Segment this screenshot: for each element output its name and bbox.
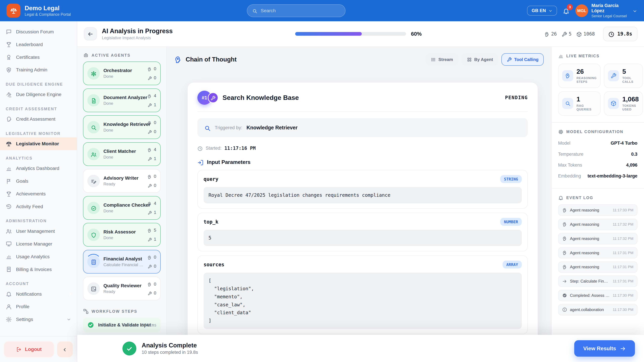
sidebar-item-credit-assessment[interactable]: Credit Assessment xyxy=(0,113,77,125)
notifications-button[interactable]: 3 xyxy=(563,7,570,14)
started-value: 11:17:16 PM xyxy=(224,145,256,151)
agent-card-orchestrator[interactable]: Orchestrator Done 0 0 xyxy=(83,61,161,85)
agent-name: Knowledge Retriever xyxy=(104,122,144,127)
workflow-steps-title: WORKFLOW STEPS xyxy=(92,309,137,314)
step-title: Initialize & Validate Input xyxy=(98,323,138,328)
sidebar-item-achievements[interactable]: Achievements xyxy=(0,188,77,200)
agent-counts: 0 0 xyxy=(147,173,156,189)
view-toggle-tool-calling[interactable]: Tool Calling xyxy=(502,53,544,66)
agent-card-risk-assessor[interactable]: Risk Assessor Done 5 1 xyxy=(83,223,161,247)
event-row: Agent reasoning 11:17:31 PM xyxy=(558,247,638,259)
agent-card-financial-analyst[interactable]: Financial Analyst Calculate Financial Im… xyxy=(83,250,161,274)
sidebar-item-due-diligence-engine[interactable]: Due Diligence Engine xyxy=(0,88,77,101)
config-value: GPT-4 Turbo xyxy=(611,141,638,146)
agent-card-advisory-writer[interactable]: Advisory Writer Ready 0 0 xyxy=(83,169,161,193)
sidebar-nav: Discussion Forum Leaderboard Certificate… xyxy=(0,21,77,336)
sidebar-item-label: Billing & Invoices xyxy=(16,267,52,272)
agent-name: Financial Analyst xyxy=(104,256,144,262)
gavel-icon xyxy=(6,91,12,98)
event-time: 11:17:30 PM xyxy=(613,308,633,312)
headgear-icon xyxy=(147,148,152,152)
wrench-icon xyxy=(562,32,567,37)
brand[interactable]: Demo Legal Legal & Compliance Portal xyxy=(6,4,71,17)
config-label: Embedding xyxy=(558,173,581,179)
view-toggle-stream[interactable]: Stream xyxy=(426,53,458,66)
sidebar: Discussion Forum Leaderboard Certificate… xyxy=(0,21,77,362)
flag-icon xyxy=(6,178,12,184)
logout-button[interactable]: Logout xyxy=(4,342,54,357)
parameter-value: [ "legislation", "memento", "case_law", … xyxy=(204,273,522,329)
receipt-icon xyxy=(6,266,12,273)
chain-of-thought-icon xyxy=(174,55,182,63)
workflow-step-initialize-validate-input[interactable]: Initialize & Validate Input 1211ms xyxy=(83,318,161,332)
sidebar-item-label: Profile xyxy=(16,304,30,309)
sidebar-item-settings[interactable]: Settings xyxy=(0,313,77,326)
search-input[interactable] xyxy=(261,8,340,13)
sidebar-section: LEGISLATIVE MONITOR Legislative Monitor xyxy=(0,131,77,150)
chat-icon xyxy=(6,29,12,35)
parameter-top-k: top_k NUMBER 5 xyxy=(198,213,528,251)
search-icon xyxy=(252,7,258,14)
event-icon xyxy=(562,265,567,270)
agents-list: Orchestrator Done 0 0 Docume xyxy=(83,61,161,300)
model-config-rows: Model GPT-4 Turbo Temperature 0.3 Max To… xyxy=(558,138,638,182)
agent-card-document-analyzer[interactable]: Document Analyzer Done 4 1 xyxy=(83,88,161,112)
search-icon xyxy=(204,125,211,131)
agent-card-compliance-checker[interactable]: Compliance Checker Done 4 1 xyxy=(83,196,161,220)
sidebar-item-leaderboard[interactable]: Leaderboard xyxy=(0,38,77,51)
started-row: Started: 11:17:16 PM xyxy=(198,144,528,152)
sidebar-item-profile[interactable]: Profile xyxy=(0,300,77,313)
event-icon xyxy=(562,279,567,284)
sidebar-item-icon xyxy=(6,241,12,247)
sidebar-item-legislative-monitor[interactable]: Legislative Monitor xyxy=(0,137,77,150)
agent-icon xyxy=(88,202,100,214)
event-time: 11:17:31 PM xyxy=(613,251,633,255)
sidebar-item-usage-analytics[interactable]: Usage Analytics xyxy=(0,250,77,263)
view-toggle-by-agent[interactable]: By Agent xyxy=(462,53,498,66)
live-metrics-title: LIVE METRICS xyxy=(566,54,600,58)
event-text: Agent reasoning xyxy=(570,251,610,255)
shield-icon xyxy=(90,232,97,238)
sidebar-item-analytics-dashboard[interactable]: Analytics Dashboard xyxy=(0,162,77,175)
sidebar-item-user-management[interactable]: User Management xyxy=(0,225,77,238)
language-selector[interactable]: GB EN xyxy=(527,6,557,15)
sidebar-item-notifications[interactable]: Notifications 3 xyxy=(0,288,77,301)
list-icon xyxy=(431,57,436,62)
user-menu[interactable]: MGL María García López Senior Legal Coun… xyxy=(576,3,627,18)
parameter-sources: sources ARRAY [ "legislation", "memento"… xyxy=(198,255,528,334)
sidebar-item-training-admin[interactable]: Training Admin xyxy=(0,64,77,76)
grid-icon xyxy=(467,57,472,62)
sidebar-item-icon xyxy=(6,191,12,197)
back-button[interactable] xyxy=(84,27,97,40)
agent-name: Orchestrator xyxy=(104,68,144,73)
sidebar-item-goals[interactable]: Goals xyxy=(0,175,77,188)
metric-reasoning-steps: 26 REASONING STEPS xyxy=(558,64,601,88)
agent-card-quality-reviewer[interactable]: Quality Reviewer Ready 0 0 xyxy=(83,277,161,300)
agent-card-knowledge-retriever[interactable]: Knowledge Retriever Done 0 0 xyxy=(83,115,161,139)
sidebar-collapse-button[interactable] xyxy=(57,342,73,357)
trophy-icon xyxy=(6,191,12,197)
sidebar-item-certificates[interactable]: Certificates xyxy=(0,51,77,64)
arrow-right-icon xyxy=(620,345,626,352)
agent-card-client-matcher[interactable]: Client Matcher Done 4 1 xyxy=(83,142,161,166)
event-icon xyxy=(562,222,567,227)
sidebar-item-icon xyxy=(6,141,12,147)
parameter-type-badge: STRING xyxy=(500,175,522,183)
sidebar-item-discussion-forum[interactable]: Discussion Forum xyxy=(0,25,77,38)
sidebar-item-label: Settings xyxy=(16,317,33,322)
sidebar-item-icon xyxy=(6,178,12,184)
model-config-header: MODEL CONFIGURATION xyxy=(558,129,638,135)
clock-icon xyxy=(198,146,203,151)
view-results-button[interactable]: View Results xyxy=(574,340,635,357)
sidebar-item-activity-feed[interactable]: Activity Feed xyxy=(0,200,77,213)
chevdown-icon xyxy=(632,9,637,13)
global-search[interactable] xyxy=(247,4,346,17)
agent-status: Done xyxy=(104,74,144,79)
user-chevron-icon[interactable] xyxy=(632,7,637,14)
history-icon xyxy=(6,204,12,210)
sidebar-item-license-manager[interactable]: License Manager xyxy=(0,238,77,250)
sidebar-item-billing-invoices[interactable]: Billing & Invoices xyxy=(0,263,77,276)
headgear-icon xyxy=(147,202,152,206)
sidebar-section: CREDIT ASSESSMENT Credit Assessment xyxy=(0,107,77,126)
shielduser-icon xyxy=(6,67,12,73)
